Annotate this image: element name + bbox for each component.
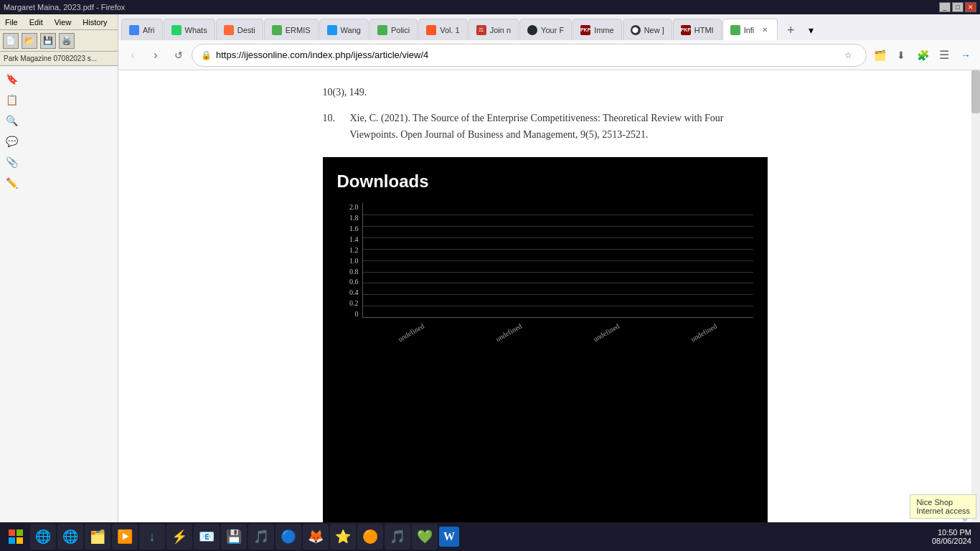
tab-afri[interactable]: Afri (121, 19, 163, 40)
tab-close-infi[interactable]: ✕ (760, 25, 770, 35)
pdf-save-btn[interactable]: 💾 (40, 33, 56, 49)
article-content: 10(3), 149. 10. Xie, C. (2021). The Sour… (301, 70, 789, 522)
pdf-toolbar: 📄 📂 💾 🖨️ (0, 30, 118, 52)
tab-list-button[interactable]: ▾ (801, 20, 821, 40)
forward-button[interactable]: › (146, 45, 166, 65)
vertical-scrollbar[interactable] (971, 70, 980, 522)
taskbar-firefox[interactable]: 🦊 (303, 524, 329, 550)
page-content: 10(3), 149. 10. Xie, C. (2021). The Sour… (118, 70, 980, 522)
tab-your[interactable]: Your F (519, 19, 572, 40)
scrollbar-thumb[interactable] (971, 70, 980, 113)
pdf-sidebar: File Edit View History 📄 📂 💾 🖨️ Park Mag… (0, 14, 118, 522)
svg-rect-2 (9, 537, 15, 544)
close-button[interactable]: ✕ (965, 2, 976, 12)
pdf-new-btn[interactable]: 📄 (3, 33, 19, 49)
taskbar-edge[interactable]: 🌐 (30, 524, 56, 550)
taskbar-downloader[interactable]: ↓ (139, 524, 165, 550)
pdf-open-btn[interactable]: 📂 (22, 33, 37, 49)
pdf-print-btn[interactable]: 🖨️ (59, 33, 75, 49)
save-to-pocket-button[interactable]: 🗂️ (870, 45, 890, 65)
start-button[interactable] (3, 524, 29, 550)
tab-html[interactable]: PKP HTMI (673, 19, 722, 40)
pdf-icon-bookmarks[interactable]: 🔖 (2, 70, 21, 88)
tab-whats[interactable]: Whats (164, 19, 215, 40)
x-label-2: undefined (592, 321, 621, 343)
taskbar-app5[interactable]: ⭐ (330, 524, 356, 550)
taskbar-vlc[interactable]: 🎵 (385, 524, 410, 550)
tab-imme[interactable]: PKP Imme (573, 19, 622, 40)
browser-right-buttons: 🗂️ ⬇ 🧩 ☰ → (870, 45, 976, 65)
taskbar-media[interactable]: ▶️ (112, 524, 138, 550)
tab-new[interactable]: ⬤ New ] (623, 19, 672, 40)
tab-favicon-join: ⚖ (476, 25, 486, 35)
browser: Afri Whats Desti ERMIS Wang Polici Vol. … (118, 14, 980, 522)
ff-sync-button[interactable]: → (956, 45, 976, 65)
taskbar-time: 10:50 PM (938, 528, 971, 537)
taskbar-filemanager[interactable]: 🗂️ (85, 524, 110, 550)
pdf-menu-edit[interactable]: Edit (27, 17, 46, 28)
pdf-icon-clip[interactable]: 📎 (2, 153, 21, 171)
pdf-icon-pages[interactable]: 📋 (2, 90, 21, 109)
x-label-0: undefined (397, 321, 425, 343)
tab-infi[interactable]: Infi ✕ (722, 19, 778, 40)
url-bar-container[interactable]: 🔒 ☆ (192, 44, 867, 67)
tab-ermis[interactable]: ERMIS (264, 19, 319, 40)
pdf-icon-edit[interactable]: ✏️ (2, 174, 21, 192)
tab-vol[interactable]: Vol. 1 (418, 19, 468, 40)
extensions-button[interactable]: 🧩 (913, 45, 933, 65)
taskbar-app6[interactable]: 🟠 (357, 524, 383, 550)
prev-ref-partial: 10(3), 149. (323, 85, 367, 100)
taskbar-app3[interactable]: 💾 (221, 524, 247, 550)
taskbar-chrome[interactable]: 🔵 (275, 524, 301, 550)
tab-favicon-vol (426, 25, 436, 35)
taskbar-app1[interactable]: ⚡ (166, 524, 192, 550)
browser-toolbar: ‹ › ↺ 🔒 ☆ 🗂️ ⬇ 🧩 ☰ → (118, 40, 980, 70)
svg-rect-3 (17, 537, 23, 544)
new-tab-button[interactable]: + (781, 20, 801, 40)
tab-join[interactable]: ⚖ Join n (468, 19, 519, 40)
taskbar-app2[interactable]: 📧 (194, 524, 220, 550)
taskbar-ie[interactable]: 🌐 (57, 524, 83, 550)
content-wrapper[interactable]: 10(3), 149. 10. Xie, C. (2021). The Sour… (118, 70, 971, 522)
maximize-button[interactable]: □ (952, 2, 963, 12)
reload-button[interactable]: ↺ (169, 45, 189, 65)
y-label-08: 0.8 (337, 268, 359, 276)
taskbar-date: 08/06/2024 (932, 537, 971, 545)
y-label-02: 0.2 (337, 299, 359, 307)
bookmark-star-button[interactable]: ☆ (839, 46, 857, 65)
pdf-menu-bar: File Edit View History (0, 14, 118, 30)
url-input[interactable] (216, 50, 834, 60)
tooltip-line2: Internet access (916, 507, 970, 515)
pdf-menu-history[interactable]: History (80, 17, 110, 28)
taskbar-app4[interactable]: 🎵 (248, 524, 274, 550)
pdf-left-icons: 🔖 📋 🔍 💬 📎 ✏️ (0, 66, 23, 522)
tab-favicon-desti (224, 25, 234, 35)
tab-desti[interactable]: Desti (216, 19, 263, 40)
tab-favicon-html: PKP (681, 25, 691, 35)
menu-button[interactable]: ☰ (934, 45, 954, 65)
download-button[interactable]: ⬇ (891, 45, 911, 65)
nice-shop-tooltip: Nice Shop Internet access (910, 494, 976, 519)
pdf-menu-file[interactable]: File (2, 17, 21, 28)
taskbar: 🌐 🌐 🗂️ ▶️ ↓ ⚡ 📧 💾 🎵 🔵 🦊 ⭐ 🟠 🎵 💚 W 10:50 … (0, 522, 980, 551)
tab-favicon-your (527, 25, 537, 35)
pdf-icon-search[interactable]: 🔍 (2, 111, 21, 130)
tab-wang[interactable]: Wang (319, 19, 369, 40)
lock-icon: 🔒 (201, 50, 212, 60)
back-button[interactable]: ‹ (123, 45, 143, 65)
tab-polici[interactable]: Polici (369, 19, 418, 40)
y-label-20: 2.0 (337, 203, 359, 211)
downloads-title: Downloads (337, 171, 753, 192)
tab-bar: Afri Whats Desti ERMIS Wang Polici Vol. … (118, 14, 980, 40)
pdf-icon-annotations[interactable]: 💬 (2, 132, 21, 151)
y-label-18: 1.8 (337, 214, 359, 222)
y-label-12: 1.2 (337, 246, 359, 254)
pdf-menu-view[interactable]: View (52, 17, 75, 28)
pdf-tab[interactable]: Park Magazine 07082023 s... (0, 52, 118, 66)
x-label-1: undefined (494, 321, 523, 343)
tab-favicon-new: ⬤ (631, 25, 641, 35)
url-actions: ☆ (839, 46, 857, 65)
taskbar-app7[interactable]: 💚 (412, 524, 438, 550)
minimize-button[interactable]: _ (939, 2, 951, 12)
taskbar-word[interactable]: W (439, 527, 459, 547)
